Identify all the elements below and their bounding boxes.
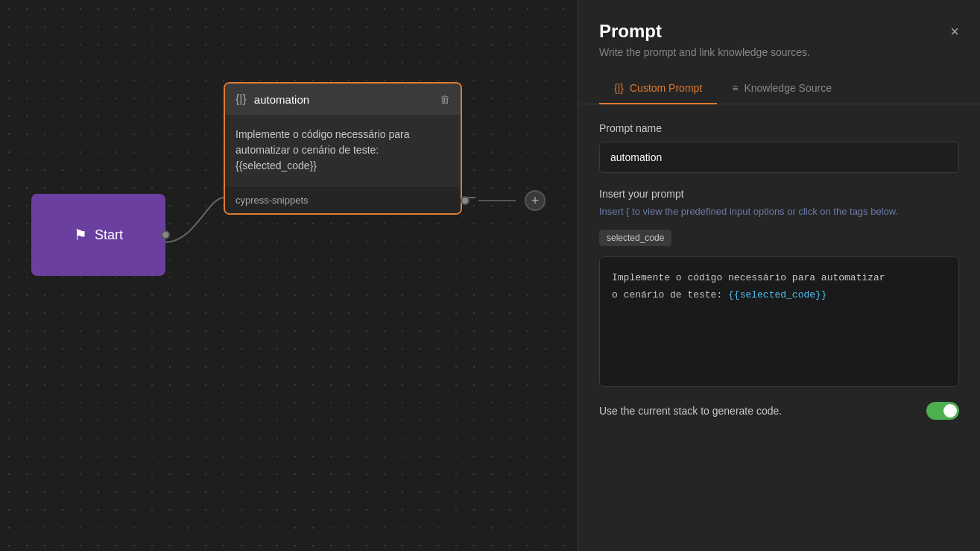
- insert-prompt-hint: Insert { to view the predefined input op…: [599, 204, 959, 219]
- tab-knowledge-source[interactable]: ≡ Knowledge Source: [717, 73, 847, 104]
- snippet-label: cypress-snippets: [235, 195, 309, 206]
- delete-node-button[interactable]: 🗑: [440, 93, 450, 105]
- panel-subtitle: Write the prompt and link knowledge sour…: [599, 46, 959, 58]
- tab-custom-prompt-label: Custom Prompt: [630, 82, 702, 94]
- automation-node-name: automation: [254, 93, 309, 106]
- toggle-switch[interactable]: [926, 402, 959, 420]
- connector-area: +: [461, 190, 546, 211]
- output-dot: [461, 196, 470, 205]
- prompt-line1: Implemente o código necessário para auto…: [612, 272, 885, 283]
- panel-content: Prompt name Insert your prompt Insert { …: [578, 104, 980, 551]
- automation-node-title-group: {|} automation: [235, 92, 309, 106]
- prompt-name-label: Prompt name: [599, 122, 959, 134]
- tab-knowledge-source-label: Knowledge Source: [744, 82, 832, 94]
- panel-tabs: {|} Custom Prompt ≡ Knowledge Source: [599, 73, 959, 104]
- prompt-panel: Prompt × Write the prompt and link knowl…: [578, 0, 980, 551]
- knowledge-source-icon: ≡: [732, 82, 738, 94]
- automation-node[interactable]: {|} automation 🗑 Implemente o código nec…: [224, 82, 462, 215]
- automation-node-body: Implemente o código necessário para auto…: [225, 115, 461, 186]
- insert-prompt-label: Insert your prompt: [599, 188, 959, 200]
- start-node-output-dot: [161, 230, 170, 239]
- automation-node-snippet: cypress-snippets: [225, 187, 461, 213]
- braces-icon: {|}: [235, 92, 247, 106]
- panel-title-row: Prompt ×: [599, 21, 959, 42]
- panel-header: Prompt × Write the prompt and link knowl…: [578, 0, 980, 104]
- tab-custom-prompt[interactable]: {|} Custom Prompt: [599, 73, 717, 104]
- toggle-row: Use the current stack to generate code.: [599, 402, 959, 420]
- prompt-line2-highlight: {{selected_code}}: [728, 289, 827, 300]
- connector-line: [478, 200, 516, 201]
- prompt-editor[interactable]: Implemente o código necessário para auto…: [599, 256, 959, 387]
- automation-node-header: {|} automation 🗑: [225, 84, 461, 115]
- tag-selected-code[interactable]: selected_code: [599, 230, 671, 246]
- automation-node-body-text: Implemente o código necessário para auto…: [235, 128, 409, 171]
- start-flag-icon: ⚑: [74, 226, 87, 244]
- close-panel-button[interactable]: ×: [950, 24, 959, 39]
- prompt-line2-prefix: o cenário de teste:: [612, 289, 728, 300]
- workflow-canvas: ⚑ Start {|} automation 🗑 Implemente o có…: [0, 0, 578, 551]
- start-node[interactable]: ⚑ Start: [31, 194, 165, 276]
- add-node-button[interactable]: +: [525, 190, 546, 211]
- toggle-label: Use the current stack to generate code.: [599, 405, 782, 417]
- prompt-name-input[interactable]: [599, 142, 959, 173]
- panel-title: Prompt: [599, 21, 662, 42]
- start-node-label: Start: [95, 227, 123, 243]
- plus-icon: +: [531, 193, 540, 209]
- custom-prompt-icon: {|}: [614, 82, 624, 94]
